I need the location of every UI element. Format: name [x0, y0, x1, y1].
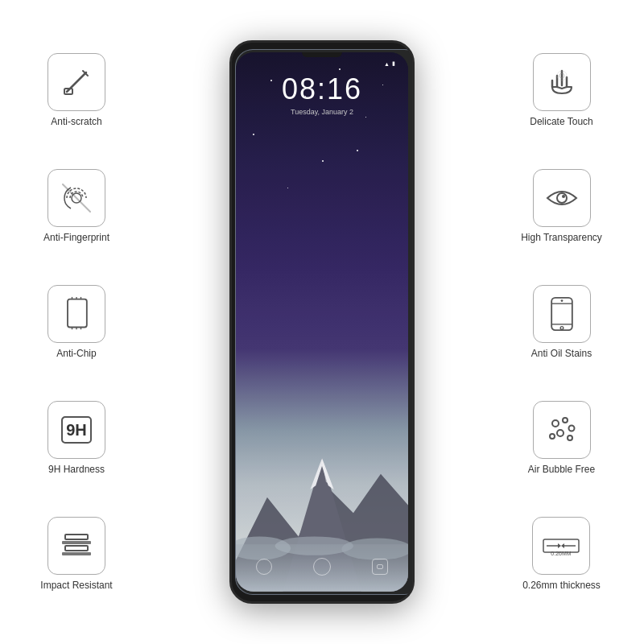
svg-point-39 [568, 436, 572, 440]
bubble-icon [544, 412, 580, 448]
recents-button [372, 559, 388, 575]
svg-point-28 [557, 193, 567, 203]
anti-chip-icon-box [47, 285, 105, 343]
anti-scratch-icon-box [47, 53, 105, 111]
clock-date: Tuesday, January 2 [236, 108, 408, 116]
air-bubble-free-label: Air Bubble Free [528, 464, 595, 475]
svg-marker-45 [561, 543, 564, 548]
svg-point-38 [557, 430, 564, 436]
svg-point-29 [562, 195, 565, 198]
chip-icon [60, 296, 93, 332]
svg-rect-14 [65, 535, 88, 539]
svg-rect-16 [65, 546, 88, 551]
svg-rect-17 [62, 552, 91, 555]
svg-point-35 [552, 420, 559, 427]
phone-screen: ▲ ▮ 08:16 Tuesday, January 2 [236, 52, 408, 592]
thickness-icon-box: 0.26MM [532, 517, 590, 575]
feature-anti-chip: Anti-Chip [47, 285, 105, 359]
anti-fingerprint-label: Anti-Fingerprint [43, 232, 109, 243]
svg-marker-43 [558, 543, 561, 548]
anti-fingerprint-icon-box [47, 169, 105, 227]
time-display: 08:16 Tuesday, January 2 [236, 72, 408, 116]
svg-point-40 [550, 434, 555, 439]
fingerprint-icon [59, 180, 94, 216]
back-button [256, 559, 272, 575]
phone-body: ▲ ▮ 08:16 Tuesday, January 2 [229, 40, 415, 604]
ruler-icon: 0.26MM [540, 528, 582, 564]
svg-rect-30 [551, 298, 572, 330]
feature-high-transparency: High Transparency [521, 169, 602, 243]
svg-point-33 [560, 327, 564, 330]
delicate-touch-icon-box [533, 53, 591, 111]
status-icons: ▲ ▮ [384, 60, 395, 67]
touch-icon [544, 64, 580, 100]
feature-anti-oil-stains: Anti Oil Stains [531, 285, 592, 359]
svg-point-34 [560, 299, 563, 302]
feature-air-bubble-free: Air Bubble Free [528, 401, 595, 475]
svg-rect-5 [68, 299, 87, 328]
feature-anti-fingerprint: Anti-Fingerprint [43, 169, 109, 243]
high-transparency-label: High Transparency [521, 232, 602, 243]
anti-scratch-label: Anti-scratch [51, 116, 101, 127]
high-transparency-icon-box [533, 169, 591, 227]
phone-notch [302, 52, 342, 57]
anti-oil-stains-label: Anti Oil Stains [531, 348, 592, 359]
clock-time: 08:16 [236, 72, 408, 106]
impact-resistant-label: Impact Resistant [40, 580, 112, 591]
anti-chip-label: Anti-Chip [56, 348, 96, 359]
wifi-status: ▲ [384, 61, 390, 67]
phone-outline-icon [547, 296, 576, 332]
home-button [313, 558, 331, 576]
eye-icon [544, 182, 580, 214]
thickness-label: 0.26mm thickness [522, 580, 601, 591]
impact-icon-box [47, 517, 105, 575]
scratch-icon [60, 66, 93, 98]
feature-anti-scratch: Anti-scratch [47, 53, 105, 127]
9h-icon: 9H [59, 414, 94, 446]
9h-hardness-label: 9H Hardness [48, 464, 105, 475]
svg-text:9H: 9H [66, 421, 87, 439]
svg-text:0.26MM: 0.26MM [551, 551, 572, 556]
screen-background: ▲ ▮ 08:16 Tuesday, January 2 [236, 52, 408, 592]
feature-impact-resistant: Impact Resistant [40, 517, 112, 591]
svg-rect-15 [62, 541, 91, 544]
features-left: Anti-scratch Anti-Fingerprint [16, 0, 137, 644]
phone-wrapper: ▲ ▮ 08:16 Tuesday, January 2 [229, 40, 415, 604]
impact-icon [59, 530, 94, 562]
feature-delicate-touch: Delicate Touch [530, 53, 593, 127]
air-bubble-icon-box [533, 401, 591, 459]
main-container: Anti-scratch Anti-Fingerprint [0, 0, 644, 644]
feature-thickness: 0.26MM 0.26mm thickness [522, 517, 601, 591]
features-right: Delicate Touch High Transparency [495, 0, 628, 644]
feature-9h-hardness: 9H 9H Hardness [47, 401, 105, 475]
delicate-touch-label: Delicate Touch [530, 116, 593, 127]
svg-point-37 [568, 426, 574, 431]
anti-oil-icon-box [533, 285, 591, 343]
phone-bottom-nav [236, 558, 408, 576]
9h-icon-box: 9H [47, 401, 105, 459]
svg-point-36 [563, 418, 568, 423]
svg-point-24 [275, 537, 353, 555]
battery-status: ▮ [392, 60, 395, 67]
